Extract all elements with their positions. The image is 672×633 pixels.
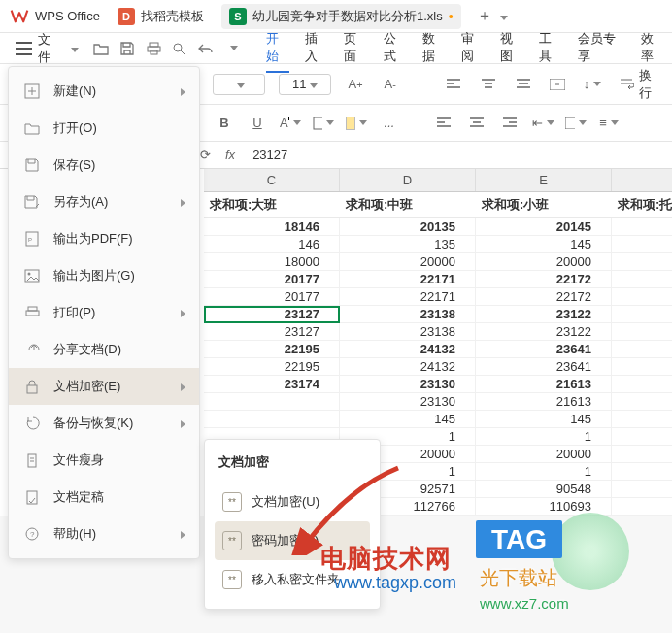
cell[interactable] xyxy=(612,428,672,446)
merge2-icon[interactable] xyxy=(565,113,587,134)
ribbon-tab-efficiency[interactable]: 效率 xyxy=(641,24,664,73)
menu-item-saveas[interactable]: 另存为(A) xyxy=(9,183,199,220)
cell[interactable] xyxy=(612,376,672,393)
cell[interactable]: 145 xyxy=(476,411,612,428)
cell[interactable]: 21613 xyxy=(476,393,612,411)
cell[interactable]: 23174 xyxy=(204,376,340,393)
cell[interactable]: 24132 xyxy=(340,358,476,376)
cell[interactable] xyxy=(612,306,672,323)
cell[interactable] xyxy=(612,463,672,481)
cell[interactable]: 23127 xyxy=(204,323,340,341)
docer-tab[interactable]: D 找稻壳模板 xyxy=(110,4,212,29)
folder-open-icon[interactable] xyxy=(90,37,113,60)
cell[interactable]: 20135 xyxy=(340,218,476,236)
cell[interactable]: 20177 xyxy=(204,271,340,288)
menu-item-pdf[interactable]: P输出为PDF(F) xyxy=(9,220,199,257)
table-row[interactable]: 221952413223641 xyxy=(204,358,672,376)
merge-icon[interactable] xyxy=(547,74,568,95)
wrap-text-button[interactable]: 换行 xyxy=(617,67,664,102)
table-row[interactable]: 221952413223641 xyxy=(204,341,672,358)
cell[interactable]: 23138 xyxy=(340,306,476,323)
ribbon-tab-insert[interactable]: 插入 xyxy=(305,24,328,73)
table-row[interactable]: 231272313823122 xyxy=(204,323,672,341)
menu-item-save[interactable]: 保存(S) xyxy=(9,147,199,183)
menu-item-print[interactable]: 打印(P) xyxy=(9,294,199,331)
cell[interactable] xyxy=(612,288,672,306)
cell[interactable]: 23122 xyxy=(476,306,612,323)
table-row[interactable]: 201772217122172 xyxy=(204,271,672,288)
cell[interactable] xyxy=(612,323,672,341)
menu-item-slim[interactable]: 文件瘦身 xyxy=(9,442,199,479)
col-header[interactable]: D xyxy=(340,169,476,191)
menu-item-folder[interactable]: 打开(O) xyxy=(9,110,199,147)
cell[interactable] xyxy=(612,253,672,271)
preview-icon[interactable] xyxy=(168,37,190,60)
cell[interactable]: 145 xyxy=(476,236,612,253)
save-icon[interactable] xyxy=(117,37,139,60)
ribbon-tab-view[interactable]: 视图 xyxy=(500,24,523,73)
cell[interactable]: 23130 xyxy=(340,376,476,393)
cell[interactable]: 1 xyxy=(476,463,612,481)
align-top-icon[interactable] xyxy=(478,74,499,95)
cell[interactable] xyxy=(612,411,672,428)
cell[interactable]: 23641 xyxy=(476,358,612,376)
cell[interactable] xyxy=(612,393,672,411)
cell[interactable]: 145 xyxy=(340,411,476,428)
table-row[interactable]: 181462013520145 xyxy=(204,218,672,236)
table-row[interactable]: 201772217122172 xyxy=(204,288,672,306)
ribbon-tab-review[interactable]: 审阅 xyxy=(461,24,485,73)
cell[interactable]: 90548 xyxy=(476,481,612,498)
menu-item-backup[interactable]: 备份与恢复(K) xyxy=(9,405,199,442)
table-row[interactable]: 231272313823122 xyxy=(204,306,672,323)
cell[interactable]: 24132 xyxy=(340,341,476,358)
cell[interactable]: 22171 xyxy=(340,288,476,306)
cell[interactable]: 146 xyxy=(204,236,340,253)
cell[interactable] xyxy=(612,358,672,376)
cell[interactable]: 21613 xyxy=(476,376,612,393)
cell[interactable]: 22195 xyxy=(204,341,340,358)
menu-item-help[interactable]: ?帮助(H) xyxy=(9,516,199,552)
font-name-select[interactable] xyxy=(213,74,265,95)
cell[interactable] xyxy=(612,481,672,498)
font-size-select[interactable]: 11 xyxy=(279,74,331,95)
indent-decrease-icon[interactable]: ⇤ xyxy=(532,113,554,134)
formula-value[interactable]: 23127 xyxy=(245,148,295,162)
increase-font-icon[interactable]: A+ xyxy=(345,74,366,95)
col-header[interactable]: F xyxy=(612,169,672,191)
align-right-icon[interactable] xyxy=(499,113,521,134)
align-center-icon[interactable] xyxy=(513,74,534,95)
cell[interactable]: 23122 xyxy=(476,323,612,341)
cell[interactable] xyxy=(612,236,672,253)
cell[interactable]: 23138 xyxy=(340,323,476,341)
print-icon[interactable] xyxy=(143,37,165,60)
cell[interactable]: 18146 xyxy=(204,218,340,236)
cell[interactable]: 22172 xyxy=(476,271,612,288)
decrease-font-icon[interactable]: A- xyxy=(380,74,401,95)
menu-item-lock[interactable]: 文档加密(E) xyxy=(9,368,199,405)
cell[interactable]: 20000 xyxy=(476,446,612,463)
align-left-icon[interactable] xyxy=(443,74,464,95)
cell[interactable]: 22195 xyxy=(204,358,340,376)
table-row[interactable]: 180002000020000 xyxy=(204,253,672,271)
align-left2-icon[interactable] xyxy=(433,113,454,134)
ribbon-tab-page[interactable]: 页面 xyxy=(344,24,367,73)
table-row[interactable]: 231742313021613 xyxy=(204,376,672,393)
italic-icon[interactable]: ... xyxy=(379,113,400,134)
redo-icon[interactable] xyxy=(220,37,243,60)
cell[interactable] xyxy=(612,498,672,516)
cell[interactable]: 23130 xyxy=(340,393,476,411)
cell[interactable] xyxy=(612,341,672,358)
menu-item-image[interactable]: 输出为图片(G) xyxy=(9,257,199,294)
cell[interactable]: 22172 xyxy=(476,288,612,306)
cell[interactable]: 23641 xyxy=(476,341,612,358)
table-row[interactable]: 145145 xyxy=(204,411,672,428)
align-mid-icon[interactable] xyxy=(466,113,487,134)
cell[interactable] xyxy=(204,411,340,428)
undo-icon[interactable] xyxy=(194,37,217,60)
menu-item-fix[interactable]: 文档定稿 xyxy=(9,479,199,516)
more-align-icon[interactable]: ≡ xyxy=(598,113,620,134)
ribbon-tab-data[interactable]: 数据 xyxy=(422,24,446,73)
cell[interactable]: 135 xyxy=(340,236,476,253)
menu-item-plus[interactable]: 新建(N) xyxy=(9,73,199,110)
font-color-icon[interactable]: A xyxy=(280,113,301,134)
